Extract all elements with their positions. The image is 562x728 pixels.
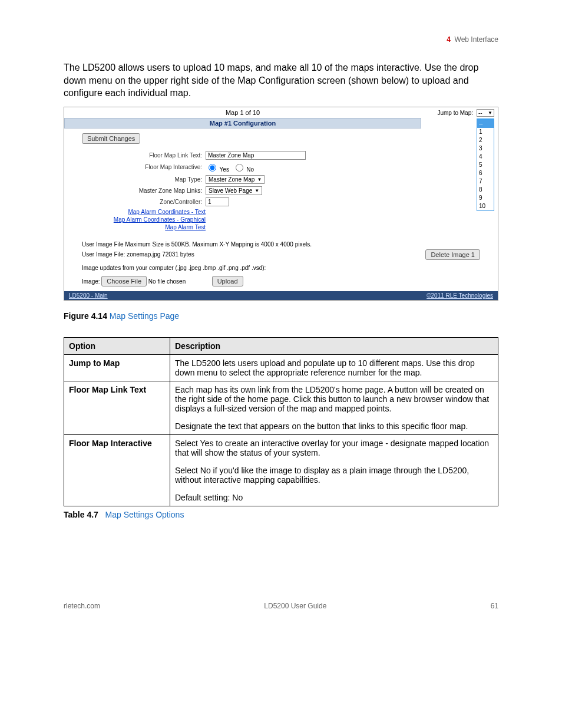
jump-option[interactable]: 8 [477, 186, 494, 194]
map-settings-options-table: Option Description Jump to Map The LD520… [64, 337, 498, 506]
jump-option[interactable]: 2 [477, 136, 494, 144]
ld5200-main-link[interactable]: LD5200 - Main [69, 292, 108, 299]
interactive-no-radio[interactable] [236, 164, 243, 172]
footer-left: rletech.com [64, 602, 100, 610]
jump-option[interactable]: 10 [477, 202, 494, 210]
master-zone-map-links-value: Slave Web Page [209, 187, 252, 194]
map-type-select[interactable]: Master Zone Map ▼ [206, 175, 265, 184]
interactive-no-label: No [246, 166, 254, 173]
options-table-header-option: Option [64, 337, 170, 354]
jump-to-map-dropdown-list: -- 1 2 3 4 5 6 7 8 9 10 [477, 118, 494, 211]
intro-paragraph: The LD5200 allows users to upload 10 map… [64, 61, 498, 100]
jump-to-map-value: -- [478, 110, 482, 116]
footer-center: LD5200 User Guide [264, 602, 326, 610]
table-title: Map Settings Options [105, 510, 184, 519]
jump-option[interactable]: -- [477, 120, 494, 128]
zone-controller-label: Zone/Controller: [82, 199, 206, 205]
rle-tech-link[interactable]: ©2011 RLE Technologies [427, 292, 493, 299]
map-config-screenshot: Map 1 of 10 Map #1 Configuration Submit … [64, 107, 498, 301]
floor-map-interactive-label: Floor Map Interactive: [82, 164, 206, 170]
figure-label: Figure 4.14 [64, 311, 107, 321]
max-size-note: User Image File Maximum Size is 500KB. M… [82, 241, 480, 248]
page-footer: rletech.com LD5200 User Guide 61 [64, 602, 498, 610]
jump-option[interactable]: 3 [477, 144, 494, 153]
figure-title: Map Settings Page [110, 311, 179, 321]
jump-to-map-select[interactable]: -- ▼ [477, 109, 494, 117]
jump-option[interactable]: 1 [477, 128, 494, 136]
table-label: Table 4.7 [64, 510, 98, 519]
jump-option[interactable]: 4 [477, 153, 494, 161]
chevron-down-icon: ▼ [257, 177, 262, 182]
master-zone-map-links-label: Master Zone Map Links: [82, 187, 206, 194]
jump-option[interactable]: 9 [477, 194, 494, 202]
jump-option[interactable]: 6 [477, 169, 494, 177]
interactive-yes-label: Yes [220, 166, 229, 173]
jump-to-map-label: Jump to Map: [437, 110, 473, 116]
jump-option[interactable]: 5 [477, 161, 494, 169]
map-type-value: Master Zone Map [209, 176, 254, 183]
footer-right: 61 [491, 602, 498, 610]
map-alarm-test-link[interactable]: Map Alarm Test [82, 224, 206, 230]
choose-file-button[interactable]: Choose File [101, 276, 147, 286]
config-title-bar: Map #1 Configuration [64, 118, 421, 129]
master-zone-map-links-select[interactable]: Slave Web Page ▼ [206, 186, 262, 195]
zone-controller-input[interactable] [206, 197, 229, 206]
no-file-chosen-text: No file chosen [148, 278, 186, 285]
table-row: Floor Map Link Text Each map has its own… [64, 381, 498, 434]
floor-map-link-text-label: Floor Map Link Text: [82, 152, 206, 159]
upload-button[interactable]: Upload [212, 276, 243, 286]
image-label: Image: [82, 278, 100, 285]
options-table-header-description: Description [170, 337, 498, 354]
table-row: Jump to Map The LD5200 lets users upload… [64, 354, 498, 381]
chapter-name: Web Interface [455, 35, 498, 44]
chevron-down-icon: ▼ [488, 110, 492, 116]
map-counter: Map 1 of 10 [64, 107, 421, 118]
jump-option[interactable]: 7 [477, 177, 494, 186]
option-name: Floor Map Link Text [64, 381, 170, 434]
option-name: Floor Map Interactive [64, 434, 170, 506]
submit-changes-button[interactable]: Submit Changes [82, 133, 140, 144]
option-name: Jump to Map [64, 354, 170, 381]
option-description: The LD5200 lets users upload and populat… [170, 354, 498, 381]
user-image-file-info: User Image File: zonemap.jpg 72031 bytes [82, 251, 194, 258]
delete-image-button[interactable]: Delete Image 1 [425, 249, 480, 260]
map-alarm-coords-graphical-link[interactable]: Map Alarm Coordinates - Graphical [82, 216, 206, 223]
floor-map-link-text-input[interactable] [206, 151, 306, 160]
chevron-down-icon: ▼ [254, 188, 259, 193]
map-type-label: Map Type: [82, 176, 206, 183]
figure-caption: Figure 4.14 Map Settings Page [64, 311, 498, 321]
interactive-yes-radio[interactable] [209, 164, 216, 172]
chapter-number: 4 [447, 35, 451, 44]
page-header: 4 Web Interface [64, 35, 498, 44]
image-updates-note: Image updates from your computer (.jpg .… [82, 265, 480, 271]
map-alarm-coords-text-link[interactable]: Map Alarm Coordinates - Text [82, 209, 206, 215]
option-description: Each map has its own link from the LD520… [170, 381, 498, 434]
option-description: Select Yes to create an interactive over… [170, 434, 498, 506]
table-caption: Table 4.7 Map Settings Options [64, 510, 498, 519]
table-row: Floor Map Interactive Select Yes to crea… [64, 434, 498, 506]
screenshot-footer-bar: LD5200 - Main ©2011 RLE Technologies [64, 291, 498, 300]
